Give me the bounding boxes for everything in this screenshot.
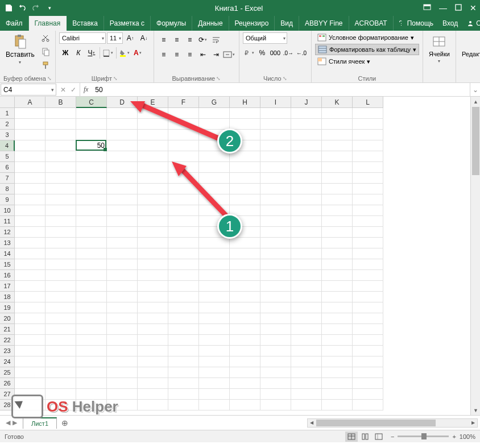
cell-J1[interactable] [291, 108, 322, 119]
cell-G22[interactable] [199, 335, 230, 346]
cell-A9[interactable] [15, 194, 45, 205]
cell-E4[interactable] [138, 140, 168, 151]
col-header-E[interactable]: E [138, 97, 168, 108]
cell-I24[interactable] [260, 356, 291, 367]
cell-C15[interactable] [76, 259, 107, 270]
redo-icon[interactable] [31, 3, 41, 13]
cell-H1[interactable] [230, 108, 260, 119]
number-launcher[interactable]: ⤡ [283, 76, 287, 81]
wrap-text-icon[interactable] [210, 34, 222, 45]
vertical-scrollbar[interactable]: ▲ ▼ [470, 97, 480, 415]
cell-J18[interactable] [291, 292, 322, 302]
zoom-level[interactable]: 100% [460, 433, 475, 440]
increase-decimal-icon[interactable]: .0→ [282, 47, 295, 59]
cell-G7[interactable] [199, 173, 230, 184]
cell-C23[interactable] [76, 346, 107, 356]
format-painter-icon[interactable] [39, 60, 52, 71]
cell-E6[interactable] [138, 162, 168, 173]
cell-L28[interactable] [353, 400, 383, 410]
row-header-9[interactable]: 9 [0, 194, 15, 205]
cell-E16[interactable] [138, 270, 168, 281]
cell-C2[interactable] [76, 119, 107, 130]
cell-H26[interactable] [230, 378, 260, 389]
row-header-16[interactable]: 16 [0, 270, 15, 281]
cell-J19[interactable] [291, 302, 322, 313]
col-header-F[interactable]: F [168, 97, 199, 108]
tab-insert[interactable]: Вставка [67, 16, 104, 31]
cell-G9[interactable] [199, 194, 230, 205]
cell-A18[interactable] [15, 292, 45, 302]
cell-C19[interactable] [76, 302, 107, 313]
row-headers[interactable]: 1234567891011121314151617181920212223242… [0, 108, 15, 410]
tab-formulas[interactable]: Формулы [151, 16, 192, 31]
cell-I17[interactable] [260, 281, 291, 292]
cell-I21[interactable] [260, 324, 291, 335]
cell-J21[interactable] [291, 324, 322, 335]
cell-E3[interactable] [138, 130, 168, 140]
select-all-corner[interactable] [0, 97, 15, 108]
cell-L19[interactable] [353, 302, 383, 313]
cell-E12[interactable] [138, 227, 168, 238]
row-header-6[interactable]: 6 [0, 162, 15, 173]
cell-E27[interactable] [138, 389, 168, 400]
cell-E15[interactable] [138, 259, 168, 270]
cell-A5[interactable] [15, 151, 45, 162]
cell-D11[interactable] [107, 216, 138, 227]
cell-H8[interactable] [230, 184, 260, 194]
cell-A2[interactable] [15, 119, 45, 130]
cell-A25[interactable] [15, 367, 45, 378]
cell-I26[interactable] [260, 378, 291, 389]
cell-I23[interactable] [260, 346, 291, 356]
cells-button[interactable]: Ячейки ▾ [427, 32, 452, 65]
cell-G23[interactable] [199, 346, 230, 356]
cell-C26[interactable] [76, 378, 107, 389]
cell-C11[interactable] [76, 216, 107, 227]
tab-review[interactable]: Рецензиро [229, 16, 275, 31]
cell-H24[interactable] [230, 356, 260, 367]
cell-I2[interactable] [260, 119, 291, 130]
cut-icon[interactable] [39, 32, 52, 44]
align-right-icon[interactable]: ≡ [184, 49, 196, 60]
cell-K6[interactable] [322, 162, 353, 173]
col-header-A[interactable]: A [15, 97, 45, 108]
cell-H4[interactable] [230, 140, 260, 151]
cell-C9[interactable] [76, 194, 107, 205]
cell-E17[interactable] [138, 281, 168, 292]
cell-D1[interactable] [107, 108, 138, 119]
cell-H23[interactable] [230, 346, 260, 356]
cell-G12[interactable] [199, 227, 230, 238]
cell-A21[interactable] [15, 324, 45, 335]
col-header-K[interactable]: K [322, 97, 353, 108]
cell-G10[interactable] [199, 205, 230, 216]
cell-E11[interactable] [138, 216, 168, 227]
editing-button[interactable]: Редактирование ▾ [460, 32, 480, 65]
cell-I16[interactable] [260, 270, 291, 281]
tab-file[interactable]: Файл [0, 16, 29, 31]
cell-I4[interactable] [260, 140, 291, 151]
cell-B7[interactable] [45, 173, 76, 184]
border-icon[interactable] [102, 47, 114, 59]
tab-layout[interactable]: Разметка с [104, 16, 151, 31]
align-bottom-icon[interactable]: ≡ [184, 34, 196, 45]
row-header-7[interactable]: 7 [0, 173, 15, 184]
scroll-down-icon[interactable]: ▼ [471, 405, 480, 415]
cell-I15[interactable] [260, 259, 291, 270]
cell-A22[interactable] [15, 335, 45, 346]
col-header-H[interactable]: H [230, 97, 260, 108]
cell-H20[interactable] [230, 313, 260, 324]
cell-L24[interactable] [353, 356, 383, 367]
cell-G25[interactable] [199, 367, 230, 378]
cell-K18[interactable] [322, 292, 353, 302]
row-header-20[interactable]: 20 [0, 313, 15, 324]
cell-F3[interactable] [168, 130, 199, 140]
cell-C21[interactable] [76, 324, 107, 335]
cell-D20[interactable] [107, 313, 138, 324]
cell-J12[interactable] [291, 227, 322, 238]
font-launcher[interactable]: ⤡ [113, 76, 118, 81]
cell-I8[interactable] [260, 184, 291, 194]
cell-G24[interactable] [199, 356, 230, 367]
cell-C17[interactable] [76, 281, 107, 292]
row-header-5[interactable]: 5 [0, 151, 15, 162]
cell-G26[interactable] [199, 378, 230, 389]
cell-J7[interactable] [291, 173, 322, 184]
